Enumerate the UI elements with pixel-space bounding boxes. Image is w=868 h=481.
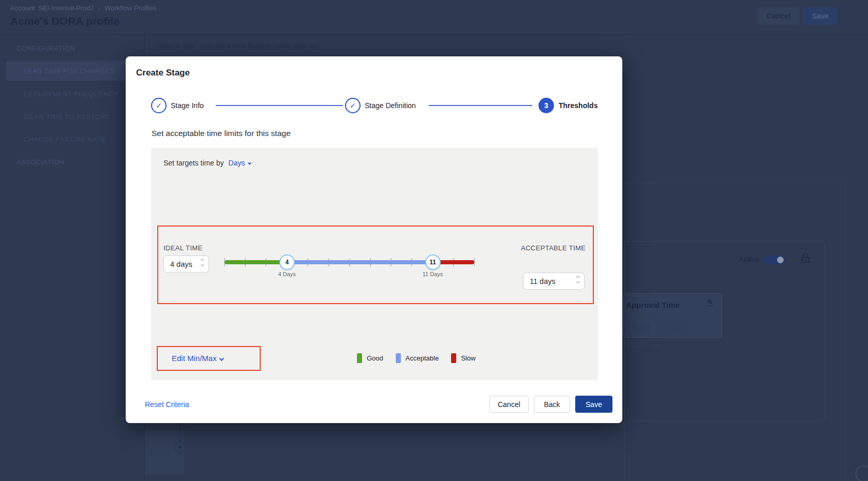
sidebar-item-configuration: CONFIGURATION	[6, 38, 144, 58]
acceptable-slider-handle[interactable]: 11	[425, 254, 441, 270]
check-icon: ✓	[350, 101, 356, 110]
acceptable-time-input[interactable]: 11 days	[523, 273, 585, 290]
step-1-label: Stage Info	[171, 101, 204, 110]
approval-time-card-value: et Value - 10 days	[623, 323, 685, 332]
legend-swatch-good	[357, 353, 362, 363]
ideal-slider-handle[interactable]: 4	[279, 254, 295, 270]
breadcrumb: Account: SEI-Internal-Prod2 › Workflow P…	[10, 4, 156, 12]
sidebar-item-mean-time-to-restore[interactable]: MEAN TIME TO RESTORE	[6, 107, 144, 126]
note-text: Note: A task could be a new feature, sto…	[157, 42, 321, 50]
legend-label-good: Good	[367, 354, 383, 362]
check-icon: ✓	[156, 101, 162, 110]
header-cancel-button[interactable]: Cancel	[757, 7, 800, 25]
ideal-time-input[interactable]: 4 days	[163, 255, 209, 273]
sidebar-item-deployment-frequency[interactable]: DEPLOYMENT FREQUENCY	[6, 84, 144, 103]
legend-swatch-acceptable	[396, 353, 401, 363]
modal-cancel-button[interactable]: Cancel	[489, 396, 529, 413]
step-3-circle[interactable]: 3	[538, 98, 554, 113]
help-bubble-icon[interactable]	[855, 465, 868, 481]
add-stage-button[interactable]: +	[174, 441, 186, 453]
modal-title: Create Stage	[136, 68, 190, 78]
set-targets-row: Set targets time by Days	[163, 159, 251, 167]
threshold-panel: Set targets time by Days IDEAL TIME 4 da…	[151, 148, 598, 380]
acceptable-time-value: 11 days	[530, 277, 556, 285]
stepper-arrows-icon[interactable]	[577, 276, 579, 283]
breadcrumb-account-link[interactable]: Account: SEI-Internal-Prod2	[10, 4, 94, 12]
acceptable-handle-value: 11	[429, 259, 436, 266]
slider-segment-acceptable	[287, 260, 433, 264]
breadcrumb-chevron-icon: ›	[94, 4, 104, 12]
legend-label-slow: Slow	[461, 354, 475, 362]
step-3-number: 3	[544, 101, 548, 110]
active-toggle-label: Active	[739, 254, 760, 263]
sidebar-item-change-failure-rate[interactable]: CHANGE FAILURE RATE	[6, 129, 144, 149]
page-title: Acme's DORA profile	[10, 15, 119, 27]
step-2-label: Stage Definition	[365, 101, 416, 110]
stepper-arrows-icon[interactable]	[201, 259, 204, 266]
edit-minmax-button[interactable]: Edit Min/Max	[172, 354, 223, 363]
create-stage-modal: Create Stage ✓ Stage Info ✓ Stage Defini…	[126, 56, 622, 423]
chevron-down-icon	[247, 161, 251, 164]
header-divider	[0, 34, 868, 35]
step-connector-2	[429, 105, 532, 106]
connector-dashed-line	[180, 423, 181, 442]
modal-back-button[interactable]: Back	[534, 396, 570, 413]
legend-swatch-slow	[451, 353, 456, 363]
time-unit-dropdown[interactable]: Days	[229, 159, 251, 167]
edit-minmax-label: Edit Min/Max	[172, 354, 217, 363]
approval-time-card-title: Approval Time	[626, 300, 680, 309]
modal-save-button[interactable]: Save	[575, 396, 612, 413]
header-save-button[interactable]: Save	[803, 7, 838, 25]
slider-legend: GoodAcceptableSlow	[357, 353, 488, 363]
ideal-time-label: IDEAL TIME	[163, 244, 203, 252]
slider-segment-good	[225, 260, 287, 264]
lock-icon-body	[801, 257, 810, 263]
active-toggle[interactable]	[764, 255, 785, 264]
modal-section-heading: Set acceptable time limits for this stag…	[152, 129, 291, 138]
acceptable-time-label: ACCEPTABLE TIME	[521, 244, 586, 252]
reset-criteria-link[interactable]: Reset Criteria	[145, 400, 189, 409]
application-window: Account: SEI-Internal-Prod2 › Workflow P…	[0, 0, 868, 481]
edit-pencil-icon[interactable]: ✎	[707, 298, 713, 306]
set-targets-label: Set targets time by	[163, 159, 224, 167]
sidebar-nav: CONFIGURATIONLEAD TIME FOR CHANGESDEPLOY…	[6, 38, 144, 175]
step-connector-1	[216, 105, 343, 106]
sidebar-item-association: ASSOCIATION	[6, 152, 144, 172]
ideal-tick-label: 4 Days	[278, 271, 296, 277]
toggle-knob-icon	[777, 257, 784, 263]
ideal-time-value: 4 days	[170, 260, 192, 268]
acceptable-tick-label: 11 Days	[423, 271, 443, 277]
legend-label-acceptable: Acceptable	[406, 354, 439, 362]
step-3-label: Thresholds	[559, 101, 597, 110]
threshold-slider: 4 11 4 Days 11 Days	[225, 248, 474, 281]
breadcrumb-section-link[interactable]: Workflow Profiles	[104, 4, 156, 12]
chevron-down-icon	[219, 356, 224, 361]
ideal-handle-value: 4	[285, 259, 289, 266]
step-1-circle[interactable]: ✓	[151, 98, 167, 113]
step-2-circle[interactable]: ✓	[345, 98, 361, 113]
sidebar-item-lead-time-for-changes[interactable]: LEAD TIME FOR CHANGES	[6, 61, 144, 81]
time-unit-value: Days	[229, 159, 245, 167]
